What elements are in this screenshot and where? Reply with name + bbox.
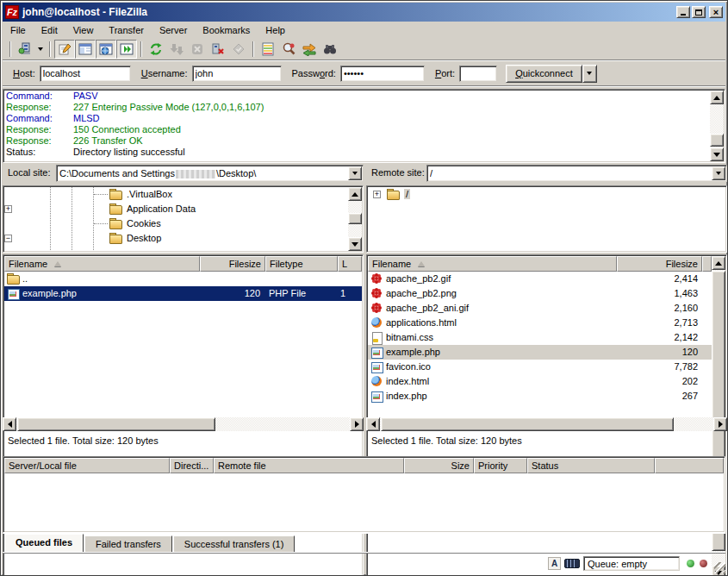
scroll-up-button[interactable]: [710, 91, 724, 104]
scroll-down-button[interactable]: [348, 237, 362, 251]
column-header-priority[interactable]: Priority: [474, 458, 527, 473]
tree-expander[interactable]: −: [4, 235, 12, 242]
resize-grip[interactable]: [714, 562, 725, 573]
file-row[interactable]: apache_pb2.gif 2,414: [368, 272, 712, 286]
remote-hscrollbar[interactable]: [366, 417, 727, 431]
menu-item[interactable]: View: [65, 23, 102, 37]
column-header-lastmodified[interactable]: L: [338, 256, 362, 272]
local-site-label: Local site:: [8, 167, 51, 178]
tree-item[interactable]: .VirtualBox: [4, 187, 347, 202]
file-row[interactable]: index.php 267: [368, 389, 712, 404]
column-header-filetype[interactable]: Filetype: [265, 256, 338, 272]
title-bar[interactable]: Fz john@localhost - FileZilla ×: [3, 3, 725, 22]
file-row[interactable]: index.html 202: [368, 374, 712, 389]
scroll-up-button[interactable]: [712, 256, 725, 270]
scroll-thumb[interactable]: [348, 213, 362, 224]
reconnect-button[interactable]: [228, 40, 249, 59]
username-input[interactable]: [192, 66, 282, 82]
scroll-left-button[interactable]: [3, 417, 16, 431]
column-header-remote-file[interactable]: Remote file: [214, 458, 404, 473]
scroll-right-button[interactable]: [350, 417, 364, 431]
menu-item[interactable]: Server: [152, 23, 195, 37]
column-header-direction[interactable]: Directi...: [170, 458, 214, 473]
file-row[interactable]: apache_pb2.png 1,463: [368, 286, 712, 301]
process-queue-button[interactable]: [166, 40, 187, 59]
directory-comparison-button[interactable]: [258, 40, 278, 59]
cancel-operation-button[interactable]: [187, 40, 208, 59]
minimize-button[interactable]: [676, 6, 690, 18]
file-row[interactable]: applications.html 2,713: [368, 316, 712, 330]
tree-expander[interactable]: +: [4, 205, 12, 213]
local-tree-scrollbar[interactable]: [348, 187, 362, 251]
scroll-thumb[interactable]: [710, 134, 724, 147]
site-manager-button[interactable]: [15, 40, 35, 59]
host-input[interactable]: [40, 66, 131, 82]
column-header-filename[interactable]: Filename: [4, 256, 200, 272]
scroll-left-button[interactable]: [366, 417, 380, 431]
maximize-button[interactable]: [692, 6, 706, 18]
tree-item[interactable]: + Application Data: [4, 202, 347, 216]
menu-item[interactable]: Edit: [34, 23, 65, 37]
menu-item[interactable]: Transfer: [101, 23, 152, 37]
column-header-local-file[interactable]: Server/Local file: [4, 458, 170, 473]
tree-item[interactable]: − Desktop: [4, 231, 347, 246]
column-header-size[interactable]: Size: [404, 458, 474, 473]
toggle-message-log-button[interactable]: [54, 40, 75, 59]
file-row[interactable]: favicon.ico 7,782: [368, 360, 712, 374]
local-hscrollbar[interactable]: [3, 417, 364, 431]
disconnect-button[interactable]: [208, 40, 228, 59]
synchronized-browsing-button[interactable]: [299, 40, 320, 59]
menu-item[interactable]: File: [3, 23, 34, 37]
remote-site-combo[interactable]: /: [426, 165, 727, 182]
file-row[interactable]: example.php 120: [368, 345, 712, 360]
menu-item[interactable]: Bookmarks: [195, 23, 258, 37]
close-button[interactable]: ×: [709, 6, 723, 18]
remote-path[interactable]: /: [430, 168, 709, 178]
tree-item[interactable]: + /: [368, 187, 725, 202]
refresh-button[interactable]: [146, 40, 166, 59]
quickconnect-dropdown[interactable]: [582, 65, 597, 83]
host-label: Host:: [13, 68, 35, 78]
log-line: Command:PASV: [6, 91, 707, 102]
scroll-up-button[interactable]: [348, 187, 362, 201]
file-name: ..: [22, 273, 28, 284]
password-input[interactable]: [340, 66, 425, 82]
file-row[interactable]: apache_pb2_ani.gif 2,160: [368, 301, 712, 316]
speed-limits-icon[interactable]: [564, 559, 580, 568]
tree-expander[interactable]: +: [373, 191, 381, 198]
port-input[interactable]: [459, 66, 497, 82]
local-tree: .VirtualBox + Application Data Cookie: [3, 185, 364, 253]
tree-item[interactable]: Cookies: [4, 216, 347, 231]
local-path-dropdown[interactable]: [348, 166, 362, 180]
queue-tab[interactable]: Queued files: [4, 534, 84, 552]
file-row[interactable]: example.php 120 PHP File 1: [4, 286, 362, 301]
local-path[interactable]: C:\Documents and Settings\Desktop\: [59, 168, 345, 178]
column-header-filesize[interactable]: Filesize: [617, 256, 702, 272]
file-row[interactable]: ..: [4, 272, 362, 286]
column-header-filesize[interactable]: Filesize: [200, 256, 265, 272]
scroll-right-button[interactable]: [713, 417, 727, 431]
toggle-transfer-queue-button[interactable]: [116, 40, 137, 59]
search-files-button[interactable]: [320, 40, 340, 59]
ascii-data-type-icon[interactable]: A: [548, 557, 561, 570]
quickconnect-button[interactable]: Quickconnect: [506, 65, 582, 83]
toggle-local-tree-button[interactable]: [75, 40, 96, 59]
queue-tab[interactable]: Successful transfers (1): [173, 535, 296, 552]
column-header-status[interactable]: Status: [527, 458, 655, 473]
scroll-thumb[interactable]: [17, 417, 215, 431]
log-line-label: Response:: [6, 135, 73, 147]
scroll-thumb[interactable]: [381, 417, 674, 431]
site-manager-dropdown[interactable]: [35, 40, 46, 59]
file-row[interactable]: bitnami.css 2,142: [368, 330, 712, 345]
scroll-down-button[interactable]: [710, 147, 724, 161]
log-scrollbar[interactable]: [710, 91, 724, 161]
queue-tab[interactable]: Failed transfers: [84, 535, 172, 552]
file-icon: [370, 332, 383, 343]
column-header-filename[interactable]: Filename: [368, 256, 617, 272]
toggle-remote-tree-button[interactable]: [96, 40, 116, 59]
menu-item[interactable]: Help: [258, 23, 293, 37]
remote-path-dropdown[interactable]: [712, 166, 725, 180]
local-site-combo[interactable]: C:\Documents and Settings\Desktop\: [56, 165, 364, 182]
filename-filters-button[interactable]: [278, 40, 299, 59]
toolbar-separator: [49, 41, 51, 57]
